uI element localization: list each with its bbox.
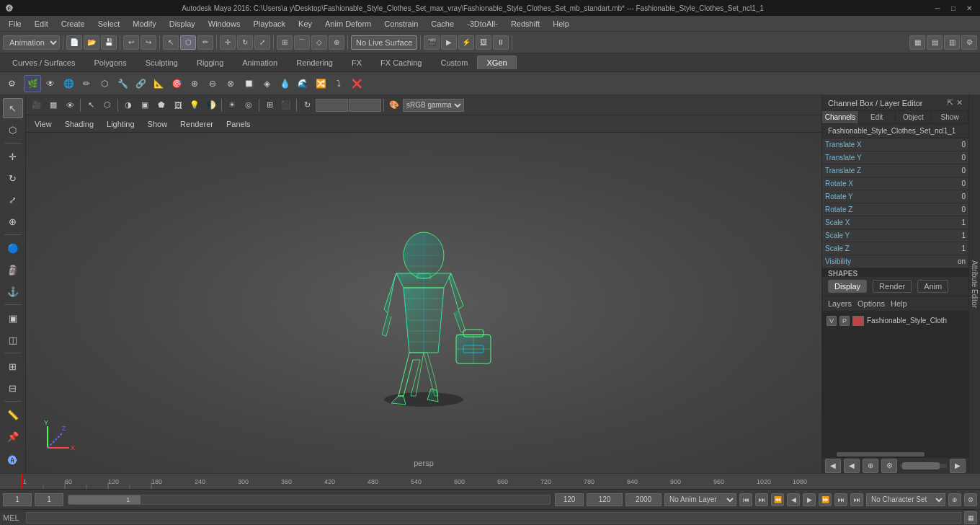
wireframe-icon[interactable]: ▣ [137, 97, 153, 113]
settings-icon[interactable]: ⚙ [3, 75, 20, 92]
channel-translate-x[interactable]: Translate X 0 [822, 138, 968, 151]
snap-curve-button[interactable]: ⌒ [294, 35, 310, 50]
xgen-icon3[interactable]: 🌐 [60, 75, 77, 92]
character-set-dropdown[interactable]: No Character Set [866, 493, 945, 506]
tab-render[interactable]: Render [873, 280, 912, 293]
tab-custom[interactable]: Custom [432, 56, 478, 69]
ui-prefs-button[interactable]: ⚙ [961, 35, 977, 50]
gamma-dropdown[interactable]: sRGB gamma [403, 99, 464, 112]
xgen-icon16[interactable]: 🌊 [294, 75, 311, 92]
xgen-icon7[interactable]: 🔗 [132, 75, 149, 92]
xgen-icon2[interactable]: 👁 [42, 75, 59, 92]
camera-icon[interactable]: 🎥 [29, 97, 45, 113]
redo-button[interactable]: ↪ [141, 35, 156, 50]
channel-box-expand[interactable]: ⇱ [947, 98, 953, 107]
layer-scrollbar[interactable] [822, 451, 968, 457]
anim-layer-dropdown[interactable]: No Anim Layer [664, 493, 736, 506]
close-button[interactable]: ✕ [964, 3, 974, 13]
show-render-button[interactable]: 🖼 [476, 35, 491, 50]
tab-xgen[interactable]: XGen [477, 56, 516, 69]
tab-object[interactable]: Object [896, 111, 932, 123]
xgen-icon18[interactable]: ⤵ [330, 75, 347, 92]
attribute-editor-tab[interactable]: Attribute Editor [968, 95, 980, 473]
menu-constrain[interactable]: Constrain [378, 18, 424, 30]
xgen-icon15[interactable]: 💧 [276, 75, 293, 92]
tab-fx-caching[interactable]: FX Caching [371, 56, 431, 69]
smooth-icon[interactable]: ⬟ [153, 97, 169, 113]
layer-horizontal-scroll[interactable] [900, 464, 947, 468]
tab-sculpting[interactable]: Sculpting [136, 56, 187, 69]
tab-rigging[interactable]: Rigging [187, 56, 233, 69]
scale-tool-lt[interactable]: ⤢ [3, 190, 23, 210]
layer-item[interactable]: V P Fashionable_Style_Cloth [824, 313, 967, 329]
xgen-icon14[interactable]: ◈ [258, 75, 275, 92]
menu-select[interactable]: Select [92, 18, 126, 30]
menu-modify[interactable]: Modify [127, 18, 161, 30]
play-back-button[interactable]: ◀ [787, 493, 800, 506]
shadow-icon[interactable]: 🌓 [203, 97, 219, 113]
menu-edit[interactable]: Edit [29, 18, 54, 30]
frame-end-input[interactable] [555, 493, 584, 506]
xgen-icon8[interactable]: 📐 [150, 75, 167, 92]
select-mode-icon[interactable]: ↖ [83, 97, 99, 113]
channel-rotate-x[interactable]: Rotate X 0 [822, 177, 968, 190]
xgen-icon10[interactable]: ⊕ [186, 75, 203, 92]
layer-right-button[interactable]: ▶ [950, 459, 966, 473]
annotation-tool[interactable]: 📌 [3, 426, 23, 446]
menu-help[interactable]: Help [547, 18, 575, 30]
channel-translate-z[interactable]: Translate Z 0 [822, 164, 968, 177]
xgen-icon4[interactable]: ✏ [78, 75, 95, 92]
menu-file[interactable]: File [3, 18, 27, 30]
rotate-tool-button[interactable]: ↻ [237, 35, 253, 50]
xray-icon[interactable]: ☀ [224, 97, 240, 113]
menu-anim-deform[interactable]: Anim Deform [319, 18, 377, 30]
time-ruler[interactable]: 1 60 120 180 240 300 360 420 480 540 600… [0, 473, 980, 489]
snap-point-button[interactable]: ◇ [311, 35, 327, 50]
near-clip-input[interactable]: 0.00 [316, 99, 348, 112]
soft-mod-tool[interactable]: 🔵 [3, 238, 23, 258]
step-forward-button[interactable]: ⏭ [834, 493, 847, 506]
pause-button[interactable]: ⏸ [493, 35, 509, 50]
tab-curves-surfaces[interactable]: Curves / Surfaces [3, 56, 84, 69]
ui-layout-button[interactable]: ▦ [909, 35, 925, 50]
component-icon[interactable]: ⬡ [99, 97, 115, 113]
xgen-icon9[interactable]: 🎯 [168, 75, 185, 92]
play-forward-button[interactable]: ▶ [803, 493, 816, 506]
step-back-button[interactable]: ⏭ [755, 493, 768, 506]
move-tool-button[interactable]: ✛ [220, 35, 236, 50]
ui-panel-button[interactable]: ▤ [927, 35, 943, 50]
mel-command-input[interactable] [26, 512, 961, 524]
playback-end-input[interactable] [587, 493, 623, 506]
sculpt-tool[interactable]: 🗿 [3, 260, 23, 280]
xgen-icon6[interactable]: 🔧 [114, 75, 131, 92]
tab-show[interactable]: Show [932, 111, 968, 123]
ao-icon[interactable]: ◎ [241, 97, 257, 113]
open-scene-button[interactable]: 📂 [84, 35, 99, 50]
channel-translate-y[interactable]: Translate Y 0 [822, 151, 968, 164]
go-start-button[interactable]: ⏮ [739, 493, 752, 506]
select-tool-lt[interactable]: ↖ [3, 98, 23, 118]
channel-scale-z[interactable]: Scale Z 1 [822, 242, 968, 255]
far-clip-input[interactable]: 1.00 [349, 99, 381, 112]
maximize-button[interactable]: □ [948, 3, 958, 13]
view-icon[interactable]: 👁 [62, 97, 78, 113]
snap-view-button[interactable]: ⊕ [329, 35, 344, 50]
menu-display[interactable]: Display [164, 18, 201, 30]
vp-menu-shading[interactable]: Shading [59, 118, 99, 130]
char-set-options-button[interactable]: ⚙ [964, 493, 977, 506]
rotate-tool-lt[interactable]: ↻ [3, 168, 23, 188]
options-tab[interactable]: Options [858, 299, 885, 308]
channel-visibility[interactable]: Visibility on [822, 255, 968, 268]
tab-polygons[interactable]: Polygons [84, 56, 135, 69]
move-tool-lt[interactable]: ✛ [3, 146, 23, 167]
region-select[interactable]: ▣ [3, 308, 23, 328]
layer-visibility-button[interactable]: V [827, 316, 837, 326]
total-frames-input[interactable] [625, 493, 662, 506]
panel-icon[interactable]: ▦ [45, 97, 61, 113]
scale-tool-button[interactable]: ⤢ [254, 35, 270, 50]
isolate-icon[interactable]: ◑ [120, 97, 136, 113]
refresh-icon[interactable]: ↻ [299, 97, 315, 113]
layer-color-swatch[interactable] [852, 316, 864, 326]
xgen-icon12[interactable]: ⊗ [222, 75, 239, 92]
layer-scrollbar-thumb[interactable] [837, 452, 925, 456]
